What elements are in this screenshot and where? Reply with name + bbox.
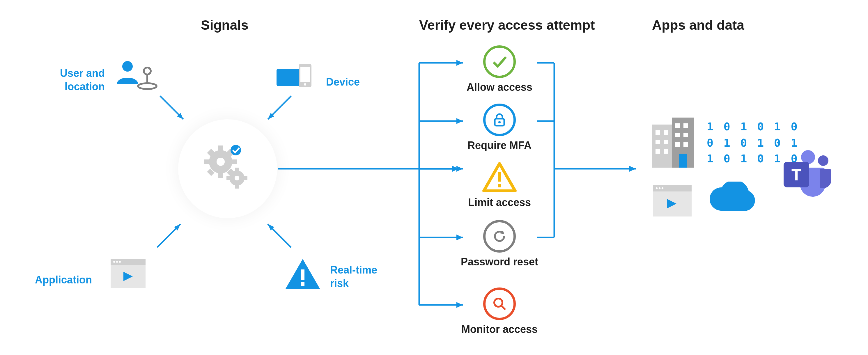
svg-rect-28 — [204, 159, 210, 164]
svg-rect-29 — [231, 159, 237, 164]
svg-point-14 — [113, 261, 115, 263]
svg-point-40 — [235, 176, 239, 181]
arrow-user-to-hub — [157, 93, 192, 128]
svg-point-1 — [144, 67, 151, 74]
svg-rect-13 — [111, 259, 146, 265]
svg-rect-58 — [498, 172, 501, 182]
svg-point-56 — [498, 121, 501, 123]
svg-rect-22 — [301, 282, 305, 286]
svg-rect-6 — [277, 69, 302, 86]
allow-access-icon — [483, 45, 516, 78]
svg-rect-79 — [675, 133, 680, 137]
svg-marker-68 — [629, 166, 636, 172]
svg-rect-82 — [683, 142, 688, 147]
svg-rect-38 — [226, 176, 231, 180]
svg-rect-59 — [498, 184, 501, 187]
svg-rect-21 — [301, 269, 305, 280]
heading-apps: Apps and data — [652, 18, 744, 33]
verify-collect-bracket — [531, 50, 566, 248]
svg-point-41 — [230, 145, 241, 155]
password-reset-icon — [483, 220, 516, 253]
diagram-canvas: Signals Verify every access attempt Apps… — [0, 0, 868, 355]
svg-point-88 — [662, 187, 663, 189]
heading-verify: Verify every access attempt — [419, 18, 595, 33]
svg-point-91 — [818, 155, 829, 166]
svg-point-9 — [304, 83, 306, 86]
svg-marker-52 — [457, 234, 463, 240]
svg-point-3 — [138, 83, 157, 89]
svg-rect-8 — [300, 67, 310, 82]
svg-rect-73 — [655, 140, 660, 144]
require-mfa-icon — [483, 104, 516, 136]
svg-rect-81 — [675, 142, 680, 147]
building-icon — [652, 118, 694, 168]
svg-line-62 — [501, 305, 505, 310]
application-icon — [111, 259, 146, 288]
svg-rect-36 — [235, 168, 239, 172]
svg-marker-54 — [457, 302, 463, 308]
risk-warning-icon — [285, 259, 320, 289]
svg-rect-77 — [675, 123, 680, 128]
svg-rect-75 — [655, 149, 660, 154]
user-location-icon — [114, 58, 160, 91]
svg-rect-39 — [243, 176, 247, 180]
svg-rect-27 — [218, 172, 223, 178]
svg-point-34 — [217, 158, 225, 166]
arrow-device-to-hub — [259, 93, 294, 128]
svg-point-86 — [656, 187, 657, 189]
svg-rect-72 — [664, 130, 668, 135]
limit-access-icon — [482, 162, 517, 193]
svg-point-15 — [116, 261, 118, 263]
svg-point-61 — [494, 298, 502, 307]
svg-rect-78 — [683, 123, 688, 128]
gears-icon — [198, 140, 257, 198]
svg-rect-37 — [235, 184, 239, 189]
svg-point-87 — [659, 187, 660, 189]
svg-rect-71 — [655, 130, 660, 135]
svg-marker-46 — [457, 60, 463, 66]
monitor-access-icon — [483, 288, 516, 320]
svg-marker-50 — [457, 166, 463, 172]
svg-rect-26 — [218, 146, 223, 151]
svg-text:T: T — [792, 166, 801, 184]
password-reset-label: Password reset — [453, 256, 546, 268]
signal-device-label: Device — [326, 76, 360, 89]
policy-engine-hub — [178, 119, 277, 218]
arrow-app-to-hub — [154, 215, 189, 250]
svg-rect-83 — [679, 154, 687, 168]
cloud-icon — [706, 182, 762, 217]
teams-icon: T — [775, 148, 834, 200]
svg-rect-80 — [683, 133, 688, 137]
svg-marker-48 — [457, 118, 463, 124]
svg-point-16 — [119, 261, 121, 263]
svg-rect-74 — [664, 140, 668, 144]
svg-point-0 — [122, 61, 133, 72]
heading-signals: Signals — [201, 18, 249, 33]
device-icon — [277, 64, 317, 93]
browser-icon — [653, 185, 692, 217]
monitor-access-label: Monitor access — [453, 324, 546, 336]
arrow-risk-to-hub — [259, 215, 294, 250]
signal-risk-label: Real-time risk — [330, 264, 377, 291]
arrow-to-apps — [554, 163, 642, 174]
signal-application-label: Application — [35, 273, 92, 287]
svg-rect-76 — [664, 149, 668, 154]
signal-user-location-label: User and location — [52, 67, 105, 94]
